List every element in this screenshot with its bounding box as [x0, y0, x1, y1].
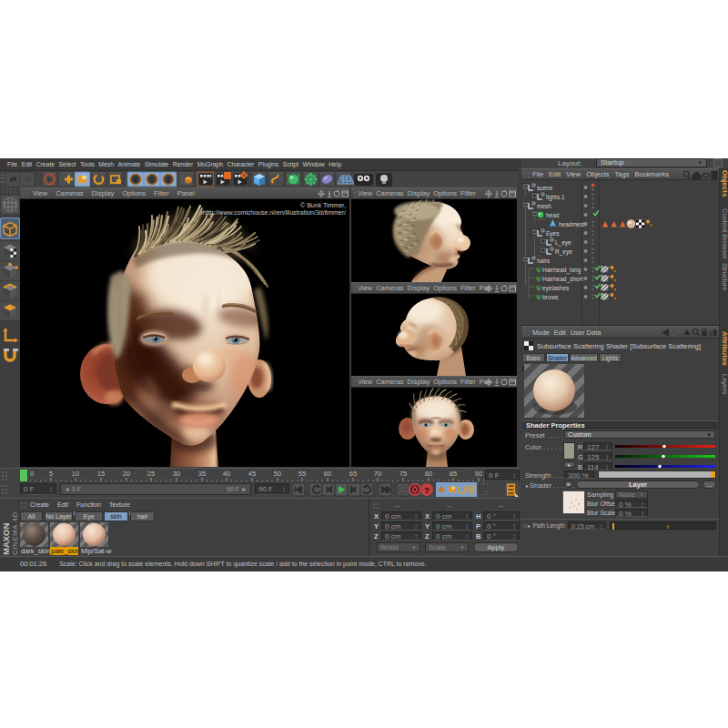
svg-text:pale_skin: pale_skin: [51, 547, 80, 555]
svg-text:dark_skin: dark_skin: [21, 547, 50, 555]
svg-text:scene: scene: [537, 185, 553, 191]
svg-text:5: 5: [49, 470, 53, 478]
svg-text:70: 70: [374, 470, 381, 478]
svg-text:L_eye: L_eye: [555, 239, 571, 247]
svg-text:35: 35: [198, 470, 206, 478]
svg-text:50: 50: [274, 470, 281, 478]
svg-text:8: 8: [709, 329, 713, 338]
svg-text:eyelashes: eyelashes: [542, 285, 570, 292]
svg-text:P: P: [470, 487, 474, 493]
svg-text:15: 15: [97, 470, 105, 478]
svg-text:Hairhead_long: Hairhead_long: [542, 267, 581, 274]
svg-text:lights.1: lights.1: [546, 194, 565, 201]
svg-text:65: 65: [349, 470, 357, 478]
svg-text:10: 10: [72, 470, 79, 478]
svg-text:80: 80: [425, 470, 432, 478]
svg-text:R_eye: R_eye: [555, 248, 572, 256]
svg-text:head: head: [546, 212, 560, 218]
svg-text:CINEMA 4D: CINEMA 4D: [11, 511, 19, 555]
svg-text:headmesh: headmesh: [559, 221, 587, 228]
svg-text:Y: Y: [149, 176, 154, 184]
svg-text:20: 20: [123, 470, 130, 478]
svg-text:90: 90: [475, 470, 482, 478]
svg-text:Mip/Sat-w: Mip/Sat-w: [81, 547, 112, 555]
svg-text:45: 45: [248, 470, 256, 478]
svg-text:mesh: mesh: [537, 203, 551, 209]
svg-text:75: 75: [399, 470, 407, 478]
svg-text:25: 25: [147, 470, 155, 478]
svg-text:60: 60: [324, 470, 331, 478]
svg-text:30: 30: [173, 470, 180, 478]
svg-text:Z: Z: [167, 176, 171, 184]
svg-text:Hairhead_short: Hairhead_short: [542, 276, 583, 283]
svg-text:Eyes: Eyes: [546, 230, 560, 238]
svg-text:?: ?: [424, 486, 430, 495]
svg-text:hairs: hairs: [537, 258, 551, 264]
svg-text:85: 85: [450, 470, 457, 478]
svg-text:40: 40: [223, 470, 230, 478]
svg-text:55: 55: [298, 470, 306, 478]
svg-text:MAXON: MAXON: [1, 523, 11, 556]
svg-text:brows: brows: [542, 294, 559, 300]
svg-text:X: X: [133, 176, 137, 184]
svg-text:0: 0: [30, 470, 34, 478]
